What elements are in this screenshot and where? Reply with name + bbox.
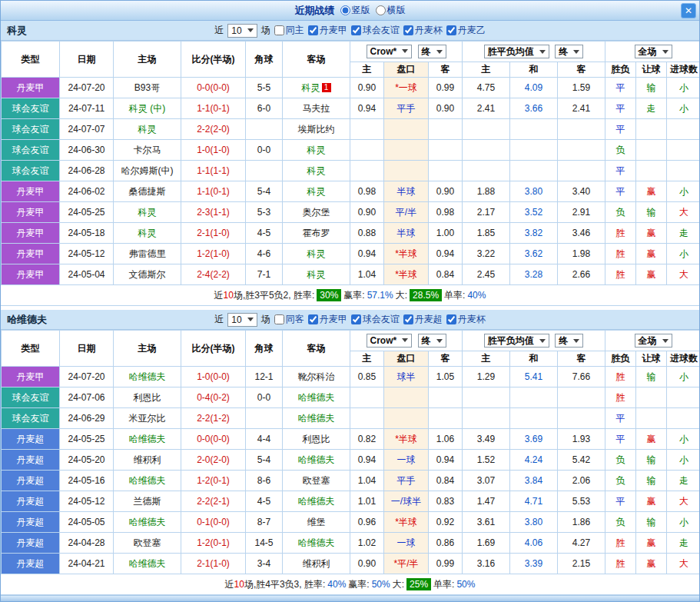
date-cell: 24-05-16 (60, 471, 114, 491)
corner-cell: 4-5 (246, 223, 283, 244)
match-count-select[interactable]: 10 (227, 313, 257, 327)
cover-rate-value: 50% (372, 579, 390, 590)
chevron-down-icon (247, 28, 254, 32)
handicap-away-odds-cell: 1.05 (429, 367, 463, 387)
same-venue-label: 同客 (286, 313, 304, 326)
handicap-line-cell: 一球 (384, 533, 429, 554)
euro-home-odds-cell: 3.61 (463, 512, 510, 533)
goals-result-cell: 小 (667, 244, 700, 264)
league-label: 球会友谊 (363, 24, 400, 37)
odds-company-select[interactable]: Crow* (367, 334, 413, 348)
scope-select[interactable]: 全场 (635, 334, 672, 348)
summary-text: 大: (393, 578, 404, 591)
handicap-home-odds-cell (350, 387, 384, 408)
euro-home-odds-cell: 2.17 (463, 202, 510, 223)
chevron-down-icon (402, 49, 408, 53)
handicap-line-cell: 半球 (384, 181, 429, 202)
sub-header-euro-away: 客 (558, 351, 605, 367)
match-row: 球会友谊24-06-28哈尔姆斯(中)1-1(1-1)科灵平 (2, 161, 700, 181)
summary-text: 近 (214, 290, 224, 301)
same-home-checkbox[interactable] (274, 25, 284, 35)
final-odds-value: 终 (559, 45, 568, 58)
score-cell: 2-0(2-0) (181, 450, 246, 471)
avg-odds-select[interactable]: 胜平负均值 (484, 45, 549, 58)
handicap-line-cell (384, 408, 429, 429)
euro-draw-odds-cell (510, 408, 558, 429)
league-type-badge: 球会友谊 (2, 98, 60, 119)
sub-header-euro-home: 主 (463, 62, 510, 78)
chevron-down-icon (247, 318, 254, 321)
summary-text: 场,胜4平3负3, 胜率: (244, 579, 325, 590)
chevron-down-icon (436, 339, 443, 343)
vertical-layout-radio[interactable] (340, 5, 350, 15)
league-checkbox-0[interactable] (308, 25, 318, 35)
horizontal-layout-radio[interactable] (376, 5, 386, 15)
league-label: 丹麦杯 (458, 313, 486, 326)
match-row: 丹麦甲24-05-04文德斯尔2-4(2-2)7-1科灵1.04*半球0.842… (2, 264, 700, 285)
league-label: 丹麦甲 (320, 24, 347, 37)
league-checkbox-2[interactable] (403, 314, 413, 324)
league-checkbox-2[interactable] (403, 25, 413, 35)
match-row: 丹麦甲24-06-02桑德捷斯1-1(0-1)5-4科灵0.98半球0.901.… (2, 181, 700, 202)
final-odds-select[interactable]: 终 (555, 334, 583, 348)
league-label: 丹麦超 (415, 313, 443, 326)
handicap-home-odds-cell: 0.82 (350, 429, 384, 450)
same-away-checkbox[interactable] (274, 314, 284, 324)
league-checkbox-0[interactable] (308, 314, 318, 324)
league-checkbox-3[interactable] (446, 314, 456, 324)
near-label: 近 (214, 24, 224, 37)
odds-company-value: Crow* (370, 335, 397, 346)
match-row: 丹麦甲24-05-18科灵2-1(1-0)4-5霍布罗0.88半球1.001.8… (2, 223, 700, 244)
summary-text: 场,胜3平5负2, 胜率: (234, 290, 314, 301)
corner-cell (246, 161, 283, 181)
result-cell: 负 (605, 202, 636, 223)
final-odds-select[interactable]: 终 (418, 45, 446, 58)
odds-company-select[interactable]: Crow* (367, 45, 413, 58)
away-team-cell: 维积利 (283, 554, 350, 574)
away-team-cell: 哈维德夫 (283, 450, 350, 471)
handicap-home-odds-cell: 0.85 (350, 367, 384, 387)
date-cell: 24-05-12 (60, 491, 114, 512)
result-cell: 胜 (605, 367, 636, 387)
handicap-result-cell: 输 (636, 367, 667, 387)
summary-text: 赢率: (343, 289, 364, 302)
col-header-date: 日期 (60, 331, 114, 367)
league-type-badge: 球会友谊 (2, 119, 60, 140)
handicap-away-odds-cell: 1.00 (429, 223, 463, 244)
goals-result-cell: 小 (667, 429, 700, 450)
match-row: 丹麦甲24-07-20B93哥0-0(0-0)5-5科灵10.90*一球0.99… (2, 78, 700, 98)
handicap-away-odds-cell (429, 140, 463, 161)
sub-header-euro-away: 客 (558, 62, 605, 78)
handicap-away-odds-cell: 0.90 (429, 98, 463, 119)
euro-draw-odds-cell (510, 387, 558, 408)
away-team-cell: 埃斯比约 (283, 119, 350, 140)
same-venue-option: 同主 (274, 24, 304, 37)
euro-home-odds-cell (463, 119, 510, 140)
league-checkbox-1[interactable] (351, 25, 361, 35)
euro-away-odds-cell (558, 408, 605, 429)
handicap-home-odds-cell (350, 140, 384, 161)
scope-select[interactable]: 全场 (635, 45, 672, 58)
league-checkbox-3[interactable] (446, 25, 456, 35)
handicap-line-cell: *半球 (384, 512, 429, 533)
handicap-home-odds-cell: 0.94 (350, 450, 384, 471)
final-odds-select[interactable]: 终 (555, 45, 583, 58)
sub-header-away-odds: 客 (429, 62, 463, 78)
result-cell: 负 (605, 140, 636, 161)
final-odds-select[interactable]: 终 (418, 334, 446, 348)
avg-odds-select[interactable]: 胜平负均值 (484, 334, 549, 348)
sub-header-euro-home: 主 (463, 351, 510, 367)
close-button[interactable]: ✕ (681, 3, 696, 18)
match-count-select[interactable]: 10 (227, 24, 257, 38)
handicap-line-cell (384, 119, 429, 140)
league-checkbox-1[interactable] (351, 314, 361, 324)
sub-header-euro-draw: 和 (510, 351, 558, 367)
match-row: 丹麦超24-05-12兰德斯2-2(2-1)4-5哈维德夫1.01一/球半0.8… (2, 491, 700, 512)
euro-away-odds-cell: 1.59 (558, 78, 605, 98)
col-header-score: 比分(半场) (181, 42, 246, 78)
chevron-down-icon (436, 50, 443, 54)
corner-cell: 7-1 (246, 264, 283, 285)
handicap-home-odds-cell: 1.04 (350, 471, 384, 491)
euro-away-odds-cell: 2.91 (558, 202, 605, 223)
sub-header-goals-result: 进球数 (667, 351, 700, 367)
